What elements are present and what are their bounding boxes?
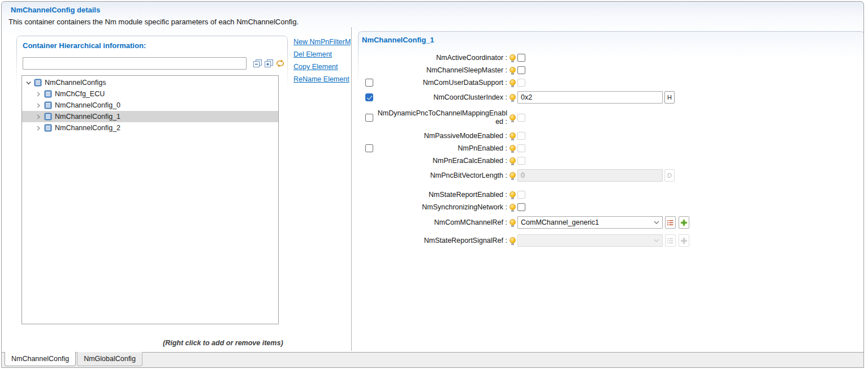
tree-item-nmchannelconfig-2[interactable]: NmChannelConfig_2 bbox=[22, 122, 278, 134]
override-checkbox[interactable] bbox=[365, 114, 373, 122]
override-checkbox[interactable] bbox=[365, 93, 373, 101]
tree-item-nmchannelconfig-0[interactable]: NmChannelConfig_0 bbox=[22, 100, 278, 111]
tree-item-label: NmChCfg_ECU bbox=[55, 90, 105, 98]
lightbulb-icon bbox=[509, 237, 516, 243]
tab-nmglobalconfig[interactable]: NmGlobalConfig bbox=[77, 352, 142, 366]
element-actions: New NmPnFilterM Del Element Copy Element… bbox=[293, 38, 351, 88]
lightbulb-icon bbox=[509, 204, 516, 210]
expand-all-icon[interactable] bbox=[264, 59, 274, 68]
tree-item-label: NmChannelConfig_1 bbox=[55, 113, 120, 121]
config-editor-window: NmChannelConfig details This container c… bbox=[1, 1, 864, 368]
nmpneracalcenabled-checkbox bbox=[517, 157, 525, 165]
tree-item-nmchannelconfig-1[interactable]: NmChannelConfig_1 bbox=[22, 111, 278, 122]
container-icon bbox=[44, 113, 52, 121]
field-label: NmActiveCoordinator : bbox=[376, 54, 507, 62]
field-row-nmactivecoordinator: NmActiveCoordinator : bbox=[358, 52, 864, 64]
field-label: NmPnEnabled : bbox=[376, 144, 507, 153]
lightbulb-icon bbox=[509, 114, 516, 121]
field-row-nmdynamicpnctochannelmappingenabled: NmDynamicPncToChannelMappingEnabled : bbox=[358, 106, 864, 130]
lightbulb-icon bbox=[509, 172, 516, 178]
copy-element-link[interactable]: Copy Element bbox=[293, 63, 351, 71]
chevron-down-icon bbox=[654, 239, 659, 242]
hex-format-button[interactable]: H bbox=[664, 91, 675, 104]
nmpnenabled-checkbox bbox=[517, 144, 525, 152]
tree-item-nmchannelconfigs[interactable]: NmChannelConfigs bbox=[22, 77, 278, 88]
field-row-nmpassivemodeenabled: NmPassiveModeEnabled : bbox=[358, 130, 864, 142]
override-checkbox[interactable] bbox=[365, 144, 373, 152]
field-label: NmComMChannelRef : bbox=[376, 218, 507, 227]
nmpassivemodeenabled-checkbox bbox=[517, 132, 525, 140]
override-checkbox[interactable] bbox=[365, 79, 373, 87]
field-row-nmcomuserdatasupport: NmComUserDataSupport : bbox=[358, 76, 864, 89]
refresh-icon[interactable] bbox=[275, 59, 285, 68]
new-element-link[interactable]: New NmPnFilterM bbox=[293, 38, 351, 46]
rename-element-link[interactable]: ReName Element bbox=[293, 75, 351, 83]
chevron-down-icon bbox=[654, 221, 659, 224]
right-click-hint: (Right click to add or remove items) bbox=[163, 339, 283, 347]
field-row-nmpncbitvectorlength: NmPncBitVectorLength : D bbox=[358, 167, 864, 184]
nmactivecoordinator-checkbox[interactable] bbox=[517, 54, 525, 62]
nmpncbitvectorlength-input bbox=[517, 169, 663, 182]
nmcoordclusterindex-input[interactable] bbox=[517, 91, 663, 104]
field-row-nmchannelsleepmaster: NmChannelSleepMaster : bbox=[358, 64, 864, 76]
tab-label: NmGlobalConfig bbox=[84, 355, 136, 363]
field-label: NmCoordClusterIndex : bbox=[376, 93, 507, 102]
reference-list-button[interactable] bbox=[665, 216, 676, 229]
detail-panel-title: NmChannelConfig_1 bbox=[362, 36, 434, 44]
chevron-right-icon[interactable] bbox=[36, 114, 41, 119]
field-label: NmPassiveModeEnabled : bbox=[376, 132, 507, 140]
nmsynchronizingnetwork-checkbox[interactable] bbox=[517, 203, 525, 211]
field-row-nmcommchannelref: NmComMChannelRef : ComMChannel_generic1 bbox=[358, 213, 864, 231]
container-icon bbox=[44, 101, 52, 109]
parameter-form: NmActiveCoordinator : NmChannelSleepMast… bbox=[358, 52, 864, 250]
field-label: NmPncBitVectorLength : bbox=[376, 171, 507, 180]
field-row-nmpneracalcenabled: NmPnEraCalcEnabled : bbox=[358, 155, 864, 167]
page-description: This container containers the Nm module … bbox=[8, 18, 299, 26]
field-label: NmComUserDataSupport : bbox=[376, 79, 507, 87]
field-label: NmStateReportSignalRef : bbox=[376, 237, 507, 245]
nmdynamicpnctochannelmappingenabled-checkbox bbox=[517, 114, 525, 122]
tree-item-label: NmChannelConfig_0 bbox=[55, 101, 120, 109]
add-reference-button[interactable] bbox=[679, 216, 689, 229]
lightbulb-icon bbox=[509, 145, 516, 151]
tab-label: NmChannelConfig bbox=[11, 355, 69, 363]
chevron-right-icon[interactable] bbox=[36, 92, 41, 97]
lightbulb-icon bbox=[509, 219, 516, 225]
field-row-nmcoordclusterindex: NmCoordClusterIndex : H bbox=[358, 89, 864, 106]
tree-toolbar bbox=[23, 57, 285, 70]
field-label: NmStateReportEnabled : bbox=[376, 191, 507, 199]
lightbulb-icon bbox=[509, 67, 516, 73]
container-hierarchy-title: Container Hierarchical information: bbox=[23, 41, 146, 50]
lightbulb-icon bbox=[509, 191, 516, 198]
container-icon bbox=[34, 79, 42, 87]
nmchannelsleepmaster-checkbox[interactable] bbox=[517, 66, 525, 74]
lightbulb-icon bbox=[509, 132, 516, 139]
container-hierarchy-panel: Container Hierarchical information: bbox=[16, 36, 288, 325]
lightbulb-icon bbox=[509, 79, 516, 85]
field-row-nmsynchronizingnetwork: NmSynchronizingNetwork : bbox=[358, 201, 864, 213]
add-reference-button-disabled bbox=[679, 234, 689, 247]
container-tree: NmChannelConfigs NmChCfg_ECU NmChannelCo bbox=[21, 75, 279, 324]
field-label: NmPnEraCalcEnabled : bbox=[376, 157, 507, 165]
nmcomuserdatasupport-checkbox bbox=[517, 79, 525, 87]
chevron-right-icon[interactable] bbox=[36, 126, 41, 131]
bottom-tab-bar: NmChannelConfig NmGlobalConfig bbox=[2, 352, 863, 367]
chevron-right-icon[interactable] bbox=[36, 103, 41, 108]
chevron-down-icon[interactable] bbox=[25, 80, 31, 85]
field-row-nmstatereportsignalref: NmStateReportSignalRef : bbox=[358, 231, 864, 250]
field-label: NmSynchronizingNetwork : bbox=[376, 203, 507, 212]
tree-filter-input[interactable] bbox=[23, 57, 247, 70]
field-label: NmChannelSleepMaster : bbox=[376, 66, 507, 75]
collapse-all-icon[interactable] bbox=[253, 59, 262, 68]
vertical-divider bbox=[351, 27, 352, 351]
tab-nmchannelconfig[interactable]: NmChannelConfig bbox=[5, 352, 76, 366]
tree-item-nmchcfg-ecu[interactable]: NmChCfg_ECU bbox=[22, 88, 278, 100]
lightbulb-icon bbox=[509, 157, 516, 164]
field-row-nmstatereportenabled: NmStateReportEnabled : bbox=[358, 188, 864, 201]
reference-list-button-disabled bbox=[665, 234, 676, 247]
nmcommchannelref-dropdown[interactable]: ComMChannel_generic1 bbox=[517, 216, 663, 229]
page-title: NmChannelConfig details bbox=[11, 6, 100, 14]
nmstatereportsignalref-dropdown bbox=[517, 234, 663, 247]
dropdown-value: ComMChannel_generic1 bbox=[521, 218, 599, 226]
del-element-link[interactable]: Del Element bbox=[293, 50, 351, 58]
